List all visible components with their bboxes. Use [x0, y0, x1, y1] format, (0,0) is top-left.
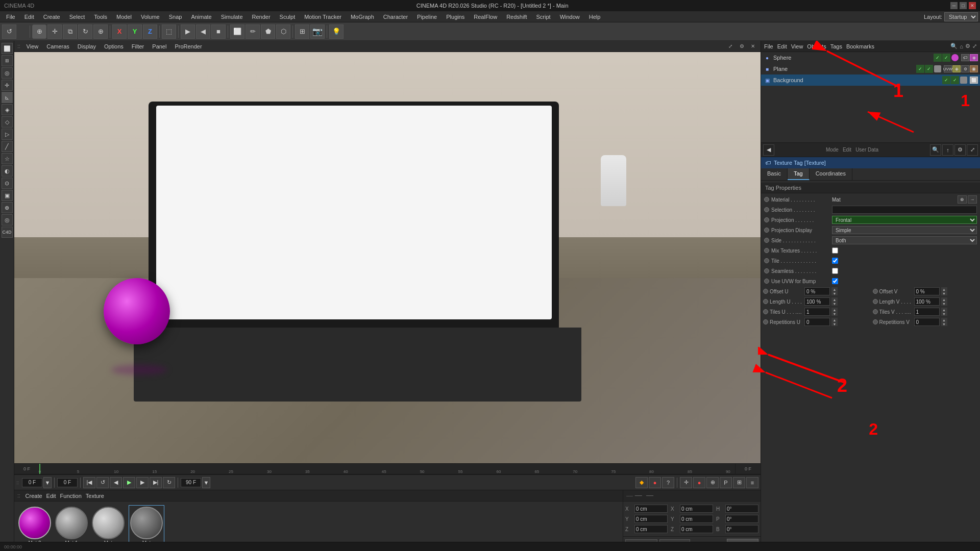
- menu-render[interactable]: Render: [248, 13, 275, 21]
- prop-lengthv-input[interactable]: [914, 297, 940, 306]
- tool-shape7[interactable]: ⊙: [2, 178, 13, 189]
- om-search-btn[interactable]: 🔍: [950, 43, 958, 49]
- x-position-input[interactable]: [634, 505, 668, 513]
- y-axis-btn[interactable]: Y: [128, 24, 142, 39]
- om-expand-btn[interactable]: ⤢: [972, 43, 977, 49]
- menu-snap[interactable]: Snap: [165, 13, 186, 21]
- om-bookmarks-menu[interactable]: Bookmarks: [846, 43, 874, 49]
- om-edit-menu[interactable]: Edit: [777, 43, 787, 49]
- prop-offsetu-down[interactable]: ▼: [831, 291, 838, 295]
- loop-btn[interactable]: ↻: [163, 477, 175, 488]
- end-frame-btn[interactable]: ▼: [202, 477, 210, 488]
- z-position-input[interactable]: [634, 525, 668, 533]
- prop-offsetv-down[interactable]: ▼: [941, 291, 947, 295]
- om-objects-menu[interactable]: Objects: [807, 43, 826, 49]
- layout-dropdown[interactable]: Startup: [944, 12, 978, 21]
- tool-shape2[interactable]: ◇: [2, 116, 13, 128]
- transform-tool-btn[interactable]: ⊕: [93, 24, 108, 39]
- menu-window[interactable]: Window: [556, 13, 584, 21]
- menu-edit[interactable]: Edit: [20, 13, 38, 21]
- material-item-2[interactable]: Mat: [92, 507, 125, 546]
- menu-animate[interactable]: Animate: [187, 13, 215, 21]
- tool-shape4[interactable]: ╱: [2, 141, 13, 152]
- stop-btn[interactable]: ■: [211, 24, 226, 39]
- prop-offsetv-up[interactable]: ▲: [941, 287, 947, 291]
- viewport-expand-btn[interactable]: ⤢: [726, 42, 735, 51]
- plane-tag-4[interactable]: ◉: [970, 65, 978, 72]
- prop-offsetv-input[interactable]: [914, 287, 940, 295]
- menu-plugins[interactable]: Plugins: [442, 13, 469, 21]
- prop-uvw-checkbox[interactable]: [832, 278, 838, 284]
- viewport-cameras-menu[interactable]: Cameras: [44, 43, 71, 50]
- viewport-prorender-menu[interactable]: ProRender: [173, 43, 204, 50]
- om-sphere-row[interactable]: ● Sphere ✓ ✓ 🏷 ◈: [761, 52, 980, 63]
- bg-vis-check[interactable]: ✓: [942, 76, 950, 84]
- prop-mix-checkbox[interactable]: [832, 247, 838, 254]
- prop-lengthu-down[interactable]: ▼: [831, 302, 838, 306]
- prop-repsv-input[interactable]: [914, 318, 940, 326]
- xtra-btn2[interactable]: ●: [693, 477, 705, 488]
- viewport-display-menu[interactable]: Display: [76, 43, 98, 50]
- deform-btn[interactable]: ⬡: [276, 24, 290, 39]
- h-input[interactable]: [725, 505, 758, 513]
- prop-repsu-input[interactable]: [804, 318, 830, 326]
- mat-function-menu[interactable]: Function: [60, 493, 82, 499]
- viewport-settings-btn[interactable]: ⚙: [737, 42, 746, 51]
- move-tool-btn[interactable]: ✛: [47, 24, 62, 39]
- menu-sculpt[interactable]: Sculpt: [276, 13, 300, 21]
- maximize-button[interactable]: □: [960, 2, 967, 9]
- om-view-menu[interactable]: View: [791, 43, 803, 49]
- sphere-vis-check[interactable]: ✓: [934, 54, 942, 62]
- prop-tilesv-up[interactable]: ▲: [941, 308, 947, 312]
- prop-offsetu-input[interactable]: [804, 287, 830, 295]
- om-plane-row[interactable]: ■ Plane ✓ ✓ UVW ◈ ⚙ ◉: [761, 63, 980, 74]
- om-home-btn[interactable]: ⌂: [960, 43, 963, 49]
- menu-help[interactable]: Help: [585, 13, 605, 21]
- x-axis-btn[interactable]: X: [112, 24, 127, 39]
- xtra-btn1[interactable]: ✛: [680, 477, 692, 488]
- xtra-btn6[interactable]: ≡: [746, 477, 758, 488]
- camera-btn[interactable]: 📷: [310, 24, 325, 39]
- minimize-button[interactable]: ─: [950, 2, 958, 9]
- play-reverse-btn[interactable]: ↺: [96, 477, 109, 488]
- select-tool-btn[interactable]: ⊕: [32, 24, 46, 39]
- menu-pipeline[interactable]: Pipeline: [413, 13, 441, 21]
- undo-btn[interactable]: ↺: [2, 24, 16, 39]
- tool-shape6[interactable]: ◐: [2, 165, 13, 177]
- terrain-btn[interactable]: ⬟: [261, 24, 275, 39]
- b-input[interactable]: [725, 525, 758, 533]
- play-forward-btn[interactable]: ▶: [181, 24, 195, 39]
- bg-tag-1[interactable]: ⬜: [970, 77, 978, 84]
- tool-pen[interactable]: ⊾: [2, 92, 13, 103]
- tool-shape1[interactable]: ◈: [2, 104, 13, 115]
- pen-btn[interactable]: ✏: [246, 24, 260, 39]
- tool-shape3[interactable]: ▷: [2, 129, 13, 140]
- menu-create[interactable]: Create: [39, 13, 64, 21]
- timeline-ruler[interactable]: 0 F 0 5 10 15 20 25 30 35 40 45 50 55 60…: [14, 463, 761, 474]
- menu-select[interactable]: Select: [65, 13, 89, 21]
- tool-shape11[interactable]: C4D: [2, 227, 13, 238]
- menu-character[interactable]: Character: [379, 13, 412, 21]
- tool-shape5[interactable]: ☆: [2, 153, 13, 164]
- om-file-menu[interactable]: File: [764, 43, 773, 49]
- prop-search-btn[interactable]: 🔍: [930, 144, 941, 156]
- tool-move[interactable]: ✛: [2, 80, 13, 91]
- plane-tag-2[interactable]: ◈: [952, 65, 961, 72]
- tool-cube[interactable]: ⬜: [2, 43, 13, 54]
- play-btn[interactable]: ▶: [123, 477, 135, 488]
- prop-back-btn[interactable]: ◀: [763, 144, 774, 156]
- y-position-input[interactable]: [634, 515, 668, 523]
- menu-model[interactable]: Model: [112, 13, 136, 21]
- prop-material-pick-btn[interactable]: ⊕: [958, 195, 967, 204]
- plane-render-check[interactable]: ✓: [925, 65, 933, 73]
- prop-selection-input[interactable]: [832, 206, 977, 214]
- prop-repsu-up[interactable]: ▲: [831, 318, 838, 322]
- menu-simulate[interactable]: Simulate: [217, 13, 247, 21]
- material-item-0[interactable]: Mat.2: [18, 507, 51, 546]
- prop-side-select[interactable]: Both Front Back: [832, 236, 977, 244]
- prop-repsv-down[interactable]: ▼: [941, 322, 947, 326]
- prop-tilesu-input[interactable]: [804, 308, 830, 316]
- tool-shape10[interactable]: ◎: [2, 214, 13, 226]
- viewport-view-menu[interactable]: View: [24, 43, 41, 50]
- material-item-1[interactable]: Mat.1: [55, 507, 88, 546]
